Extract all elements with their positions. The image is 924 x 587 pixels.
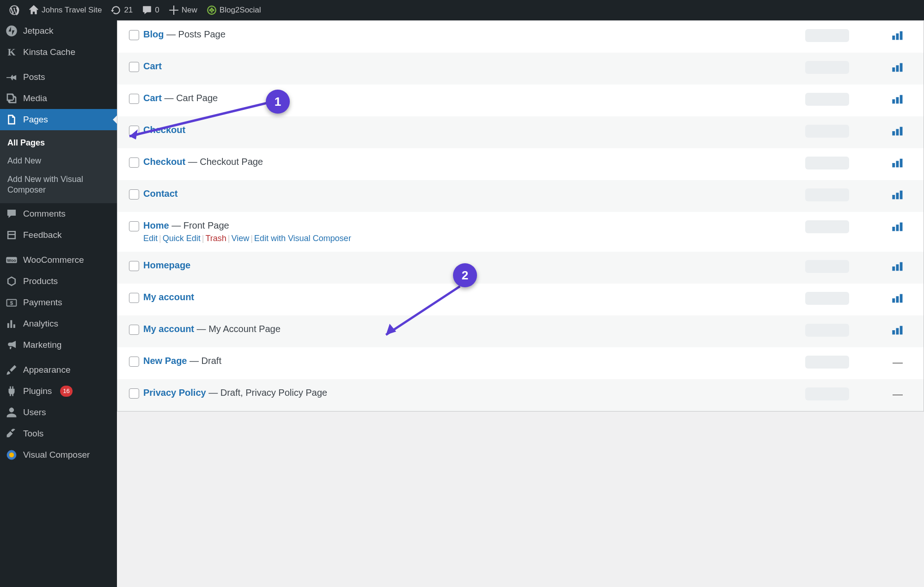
page-state-label: — Cart Page (162, 93, 218, 103)
page-title-link[interactable]: My account (143, 324, 194, 334)
svg-text:$: $ (10, 300, 13, 306)
svg-rect-37 (900, 326, 903, 335)
page-title-link[interactable]: Home (143, 220, 169, 230)
author-placeholder (805, 260, 849, 273)
page-row: Checkout (117, 116, 924, 148)
row-select-checkbox[interactable] (129, 94, 139, 104)
row-select-checkbox[interactable] (129, 221, 139, 231)
sidebar-item-visual-composer[interactable]: Visual Composer (0, 444, 117, 466)
new-content-link[interactable]: New (164, 0, 202, 20)
page-title-link[interactable]: New Page (143, 356, 187, 366)
page-title-link[interactable]: Contact (143, 188, 177, 199)
author-placeholder (805, 188, 849, 201)
sidebar-item-label: Products (23, 276, 58, 286)
row-select-checkbox[interactable] (129, 325, 139, 335)
blog2social-link[interactable]: Blog2Social (202, 0, 266, 20)
page-title-link[interactable]: Blog (143, 29, 164, 39)
stats-cell[interactable] (879, 157, 916, 171)
row-select-checkbox[interactable] (129, 157, 139, 168)
sidebar-item-comments[interactable]: Comments (0, 203, 117, 224)
pages-submenu: All Pages Add New Add New with Visual Co… (0, 130, 117, 203)
row-select-checkbox[interactable] (129, 357, 139, 367)
svg-rect-25 (900, 191, 903, 200)
author-cell (805, 260, 879, 275)
admin-toolbar: Johns Travel Site 21 0 New Blog2Social (0, 0, 924, 20)
sidebar-item-label: WooCommerce (23, 255, 84, 265)
wp-logo-menu[interactable] (5, 0, 24, 20)
visual-composer-icon (6, 449, 18, 461)
action-trash[interactable]: Trash (205, 234, 226, 243)
page-title-link[interactable]: Privacy Policy (143, 387, 206, 398)
action-quick-edit[interactable]: Quick Edit (163, 234, 201, 243)
sidebar-item-jetpack[interactable]: Jetpack (0, 20, 117, 42)
stats-cell[interactable] (879, 188, 916, 203)
row-select-checkbox[interactable] (129, 261, 139, 271)
sidebar-item-pages[interactable]: Pages (0, 109, 117, 130)
sidebar-item-media[interactable]: Media (0, 88, 117, 109)
pin-icon (6, 71, 18, 83)
row-select-checkbox[interactable] (129, 189, 139, 200)
stats-cell[interactable] (879, 292, 916, 306)
action-edit[interactable]: Edit (143, 234, 158, 243)
stats-cell[interactable] (879, 220, 916, 235)
stats-cell[interactable] (879, 93, 916, 107)
page-title-link[interactable]: Cart (143, 61, 162, 71)
stats-bars-icon (891, 126, 904, 139)
stats-cell[interactable] (879, 125, 916, 139)
sidebar-item-plugins[interactable]: Plugins 16 (0, 381, 117, 402)
page-title-link[interactable]: My account (143, 292, 194, 302)
sidebar-item-appearance[interactable]: Appearance (0, 359, 117, 381)
row-select-checkbox[interactable] (129, 388, 139, 399)
plugins-update-badge: 16 (60, 386, 72, 397)
stats-cell[interactable] (879, 260, 916, 274)
sidebar-item-marketing[interactable]: Marketing (0, 334, 117, 356)
page-title-link[interactable]: Checkout (143, 125, 185, 135)
svg-rect-23 (892, 195, 895, 199)
stats-cell[interactable] (879, 61, 916, 75)
svg-rect-15 (896, 97, 899, 103)
action-view[interactable]: View (231, 234, 249, 243)
row-select-checkbox[interactable] (129, 126, 139, 136)
sidebar-item-tools[interactable]: Tools (0, 423, 117, 444)
submenu-add-new-vc[interactable]: Add New with Visual Composer (0, 170, 117, 200)
site-name-link[interactable]: Johns Travel Site (24, 0, 106, 20)
sidebar-item-analytics[interactable]: Analytics (0, 313, 117, 334)
sidebar-item-woocommerce[interactable]: Woo WooCommerce (0, 249, 117, 271)
sidebar-item-kinsta-cache[interactable]: K Kinsta Cache (0, 42, 117, 63)
svg-rect-21 (896, 161, 899, 167)
blog2social-label: Blog2Social (220, 6, 261, 15)
svg-rect-29 (892, 266, 895, 271)
svg-rect-16 (900, 95, 903, 104)
share-icon (207, 5, 217, 15)
page-state-label: — Posts Page (164, 29, 225, 39)
author-cell (805, 188, 879, 204)
stats-cell[interactable]: — (879, 387, 916, 400)
row-select-checkbox[interactable] (129, 293, 139, 303)
svg-rect-28 (900, 223, 903, 231)
author-placeholder (805, 125, 849, 138)
author-placeholder (805, 93, 849, 106)
sidebar-item-users[interactable]: Users (0, 402, 117, 423)
page-title-link[interactable]: Checkout (143, 157, 185, 167)
comments-icon (6, 208, 18, 220)
sidebar-item-products[interactable]: Products (0, 271, 117, 292)
sidebar-item-payments[interactable]: $ Payments (0, 292, 117, 313)
stats-cell[interactable] (879, 324, 916, 338)
row-select-checkbox[interactable] (129, 30, 139, 40)
svg-rect-18 (896, 129, 899, 135)
sidebar-item-posts[interactable]: Posts (0, 67, 117, 88)
comments-link[interactable]: 0 (137, 0, 164, 20)
submenu-add-new[interactable]: Add New (0, 152, 117, 170)
row-select-checkbox[interactable] (129, 62, 139, 72)
updates-link[interactable]: 21 (106, 0, 137, 20)
sidebar-item-feedback[interactable]: Feedback (0, 224, 117, 246)
stats-cell[interactable] (879, 29, 916, 43)
action-edit-visual-composer[interactable]: Edit with Visual Composer (254, 234, 351, 243)
stats-cell[interactable]: — (879, 356, 916, 369)
page-title-link[interactable]: Homepage (143, 260, 190, 270)
comments-count: 0 (155, 6, 159, 15)
submenu-all-pages[interactable]: All Pages (0, 134, 117, 152)
page-title-link[interactable]: Cart (143, 93, 162, 103)
sidebar-item-label: Tools (23, 429, 43, 439)
page-row: My account — My Account Page (117, 315, 924, 347)
